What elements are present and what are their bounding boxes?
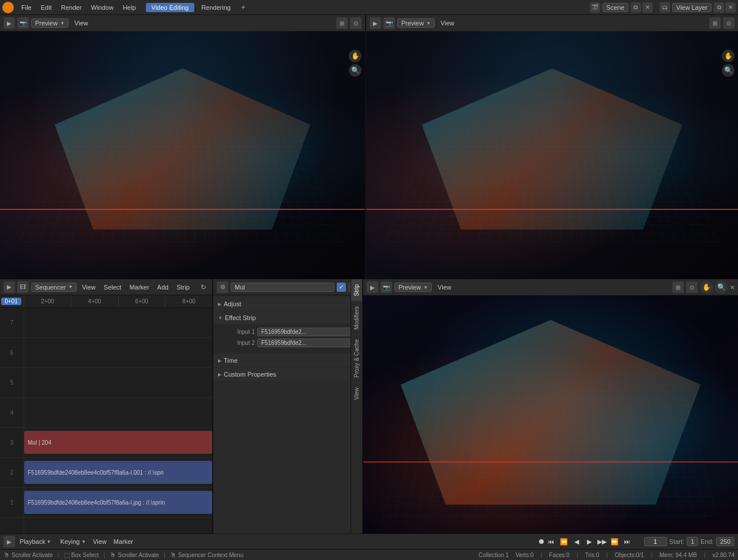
input2-field[interactable]: F516959bdfde2... bbox=[257, 339, 355, 347]
viewlayer-close-btn[interactable]: ✕ bbox=[725, 2, 736, 13]
pan-icon-right-top[interactable]: ✋ bbox=[722, 50, 735, 62]
scene-name[interactable]: Scene bbox=[603, 3, 628, 12]
track-row-1[interactable]: 1 F516959bdfde2408eb8ee4c0bf57f8a6a-l.jp… bbox=[0, 488, 212, 518]
track-row-3[interactable]: 3 Mul | 204 bbox=[0, 428, 212, 458]
overlay-btn-right-top[interactable]: ⊞ bbox=[709, 17, 721, 29]
seq-menu-select[interactable]: Select bbox=[101, 283, 125, 291]
tab-add-button[interactable]: + bbox=[238, 2, 249, 13]
props-adjust-icon[interactable]: ⚙ bbox=[217, 281, 228, 293]
track-row-4: 4 bbox=[0, 398, 212, 428]
start-value[interactable]: 1 bbox=[687, 537, 698, 546]
track-row-2[interactable]: 2 F516959bdfde2408eb8ee4c0bf57f8a6a-l.00… bbox=[0, 458, 212, 488]
blender-logo[interactable] bbox=[2, 2, 14, 13]
seq-menu-add[interactable]: Add bbox=[155, 283, 172, 291]
preview-render-icon-large[interactable]: 📷 bbox=[381, 281, 392, 293]
zoom-icon-large[interactable]: 🔍 bbox=[715, 281, 728, 294]
seq-menu-strip[interactable]: Strip bbox=[174, 283, 193, 291]
track-label-5: 5 bbox=[0, 368, 24, 397]
sep-v1: | bbox=[540, 551, 542, 558]
scene-close-btn[interactable]: ✕ bbox=[642, 2, 653, 13]
strip-enable-checkbox[interactable]: ✓ bbox=[337, 283, 346, 292]
overlay-btn-large[interactable]: ⊞ bbox=[672, 281, 684, 293]
menu-file[interactable]: File bbox=[17, 3, 36, 12]
preview-mode-dropdown-left[interactable]: Preview ▼ bbox=[31, 18, 69, 28]
preview-mode-dropdown-right-top[interactable]: Preview ▼ bbox=[397, 18, 435, 28]
gizmo-btn-large[interactable]: ⊙ bbox=[686, 281, 698, 293]
gizmo-btn-left[interactable]: ⊙ bbox=[350, 17, 362, 29]
preview-render-icon-right-top[interactable]: 📷 bbox=[383, 17, 395, 29]
track-clip-blue-1[interactable]: F516959bdfde2408eb8ee4c0bf57f8a6a-l.001 … bbox=[24, 461, 212, 484]
scroller-activate-1: 🖱 Scroller Activate bbox=[3, 551, 53, 558]
viewlayer-duplicate-btn[interactable]: ⧉ bbox=[714, 2, 724, 13]
sep-v4: | bbox=[651, 551, 653, 558]
next-frame-btn[interactable]: ⏩ bbox=[609, 536, 620, 547]
zoom-icon-right-top[interactable]: 🔍 bbox=[722, 64, 735, 77]
play-btn[interactable]: ▶ bbox=[584, 536, 594, 547]
preview-view-btn-right-top[interactable]: View bbox=[437, 19, 458, 27]
menu-help[interactable]: Help bbox=[119, 3, 140, 12]
pan-icon-left[interactable]: ✋ bbox=[349, 50, 362, 62]
adjust-label: Adjust bbox=[224, 300, 242, 307]
next-keyframe-btn[interactable]: ▶▶ bbox=[597, 536, 607, 547]
seq-menu-marker[interactable]: Marker bbox=[126, 283, 152, 291]
seq-context-icon: 🖱 bbox=[170, 551, 176, 558]
side-tab-proxy-cache[interactable]: Proxy & Cache bbox=[351, 334, 362, 382]
seq-menu-view[interactable]: View bbox=[79, 283, 99, 291]
close-icon-large[interactable]: ✕ bbox=[730, 284, 735, 291]
menu-render[interactable]: Render bbox=[57, 3, 86, 12]
seq-frame-indicator[interactable]: 0+01 bbox=[1, 298, 21, 305]
section-custom-props: ▶ Custom Properties bbox=[213, 368, 362, 381]
prev-frame-btn[interactable]: ⏪ bbox=[559, 536, 569, 547]
strip-name-field[interactable] bbox=[231, 283, 334, 292]
end-value[interactable]: 250 bbox=[716, 537, 735, 546]
transport-view-label[interactable]: View bbox=[93, 538, 107, 545]
current-frame-display[interactable]: 1 bbox=[644, 537, 667, 546]
seq-refresh-btn[interactable]: ↻ bbox=[198, 282, 209, 292]
preview-image-left: ✋ 🔍 bbox=[0, 31, 365, 279]
jump-start-btn[interactable]: ⏮ bbox=[546, 536, 556, 547]
adjust-arrow: ▶ bbox=[218, 302, 221, 307]
jump-end-btn[interactable]: ⏭ bbox=[622, 536, 632, 547]
menu-window[interactable]: Window bbox=[87, 3, 118, 12]
seq-icon[interactable]: 🎞 bbox=[17, 281, 29, 293]
menu-edit[interactable]: Edit bbox=[37, 3, 56, 12]
prev-keyframe-btn[interactable]: ◀ bbox=[571, 536, 582, 547]
preview-render-icon-left[interactable]: 📷 bbox=[17, 17, 29, 29]
keying-label[interactable]: Keying bbox=[61, 538, 80, 545]
gizmo-btn-right-top[interactable]: ⊙ bbox=[723, 17, 735, 29]
seq-type-dropdown[interactable]: Sequencer ▼ bbox=[31, 283, 77, 292]
zoom-icon-left[interactable]: 🔍 bbox=[349, 64, 362, 77]
sep-v2: | bbox=[577, 551, 578, 558]
track-clip-blue-2[interactable]: F516959bdfde2408eb8ee4c0bf57f8a6a-l.jpg … bbox=[24, 491, 212, 514]
section-custom-header[interactable]: ▶ Custom Properties bbox=[213, 368, 362, 381]
track-clip-mul[interactable]: Mul | 204 bbox=[24, 431, 212, 454]
tab-rendering[interactable]: Rendering bbox=[195, 3, 236, 12]
preview-view-btn-left[interactable]: View bbox=[71, 19, 92, 27]
editor-type-btn-large[interactable]: ▶ bbox=[367, 281, 378, 293]
section-time-header[interactable]: ▶ Time bbox=[213, 354, 362, 367]
section-adjust-header[interactable]: ▶ Adjust bbox=[213, 298, 362, 310]
section-effect-header[interactable]: ▼ Effect Strip bbox=[213, 311, 362, 324]
seq-time-markers: 2+00 4+00 6+00 8+00 bbox=[24, 295, 212, 308]
tab-video-editing[interactable]: Video Editing bbox=[146, 3, 195, 12]
transport-editor-btn[interactable]: ▶ bbox=[3, 536, 15, 547]
track-content-3: Mul | 204 bbox=[24, 428, 212, 457]
preview-mode-dropdown-large[interactable]: Preview ▼ bbox=[394, 283, 432, 292]
overlay-btn-left[interactable]: ⊞ bbox=[336, 17, 348, 29]
side-tab-strip[interactable]: Strip bbox=[351, 279, 362, 301]
sep-v3: | bbox=[606, 551, 608, 558]
side-tab-view[interactable]: View bbox=[351, 382, 362, 405]
editor-type-btn-left[interactable]: ▶ bbox=[3, 17, 15, 29]
seq-editor-type-btn[interactable]: ▶ bbox=[3, 281, 15, 293]
side-tab-modifiers[interactable]: Modifiers bbox=[351, 301, 362, 335]
input1-field[interactable]: F516959bdfde2... bbox=[257, 328, 355, 336]
transport-marker-label[interactable]: Marker bbox=[114, 538, 133, 545]
preview-view-btn-large[interactable]: View bbox=[434, 283, 455, 291]
scene-duplicate-btn[interactable]: ⧉ bbox=[631, 2, 641, 13]
section-effect-strip: ▼ Effect Strip Input 1 F516959bdfde2... … bbox=[213, 311, 362, 353]
red-line-right-top bbox=[366, 209, 738, 210]
editor-type-btn-right-top[interactable]: ▶ bbox=[370, 17, 381, 29]
pan-icon-large[interactable]: ✋ bbox=[700, 281, 713, 294]
keyframe-dot[interactable] bbox=[539, 539, 544, 544]
viewlayer-name[interactable]: View Layer bbox=[672, 3, 711, 12]
